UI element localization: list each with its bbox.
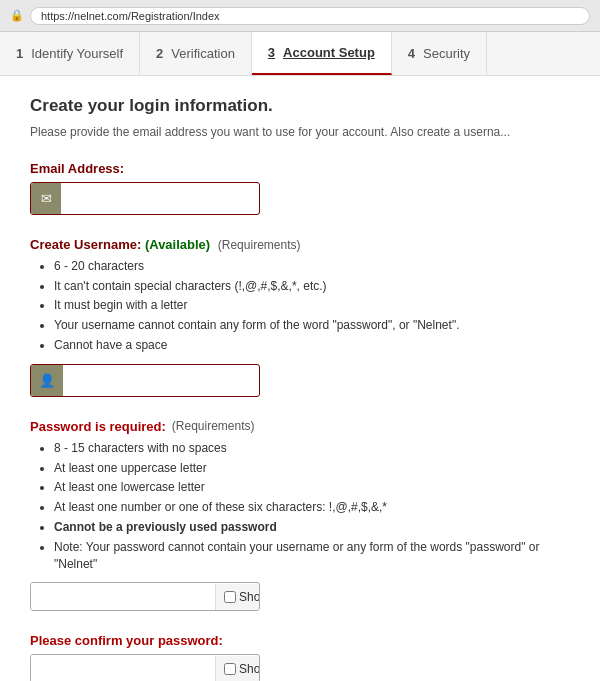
confirm-password-section: Please confirm your password: Show — [30, 633, 570, 681]
password-show-label: Show — [239, 590, 260, 604]
step1-num: 1 — [16, 46, 23, 61]
confirm-password-input-wrapper: Show — [30, 654, 260, 681]
password-show-checkbox[interactable] — [224, 591, 236, 603]
email-icon: ✉ — [31, 183, 61, 214]
steps-nav: 1 Identify Yourself 2 Verification 3 Acc… — [0, 32, 600, 76]
step-verification[interactable]: 2 Verification — [140, 32, 252, 75]
password-requirements-link[interactable]: (Requirements) — [172, 419, 255, 433]
password-rule-1: 8 - 15 characters with no spaces — [54, 440, 570, 457]
page-title: Create your login information. — [30, 96, 570, 116]
step4-label: Security — [423, 46, 470, 61]
step1-label: Identify Yourself — [31, 46, 123, 61]
confirm-password-label: Please confirm your password: — [30, 633, 570, 648]
user-icon: 👤 — [31, 365, 63, 396]
username-input[interactable] — [63, 367, 259, 394]
confirm-show-label: Show — [239, 662, 260, 676]
password-section: Password is required: (Requirements) 8 -… — [30, 419, 570, 612]
email-input[interactable] — [61, 185, 259, 212]
username-label-text: Create Username: — [30, 237, 145, 252]
username-input-wrapper: 👤 — [30, 364, 260, 397]
email-section: Email Address: ✉ — [30, 161, 570, 215]
username-rules-list: 6 - 20 characters It can't contain speci… — [30, 258, 570, 354]
confirm-show-button[interactable]: Show — [215, 656, 260, 681]
step4-num: 4 — [408, 46, 415, 61]
password-rule-2: At least one uppercase letter — [54, 460, 570, 477]
step3-label: Account Setup — [283, 45, 375, 60]
email-input-wrapper: ✉ — [30, 182, 260, 215]
username-rule-3: It must begin with a letter — [54, 297, 570, 314]
username-rule-1: 6 - 20 characters — [54, 258, 570, 275]
main-content: Create your login information. Please pr… — [0, 76, 600, 681]
password-rule-5: Cannot be a previously used password — [54, 519, 570, 536]
password-rules-list: 8 - 15 characters with no spaces At leas… — [30, 440, 570, 573]
password-label-text: Password is required: — [30, 419, 166, 434]
username-rule-5: Cannot have a space — [54, 337, 570, 354]
password-rule-4: At least one number or one of these six … — [54, 499, 570, 516]
password-input[interactable] — [31, 583, 215, 610]
password-rule-5-text: Cannot be a previously used password — [54, 520, 277, 534]
username-rule-2: It can't contain special characters (!,@… — [54, 278, 570, 295]
confirm-password-input[interactable] — [31, 655, 215, 681]
username-section: Create Username: (Available) (Requiremen… — [30, 237, 570, 397]
step2-label: Verification — [171, 46, 235, 61]
password-rule-3: At least one lowercase letter — [54, 479, 570, 496]
step3-num: 3 — [268, 45, 275, 60]
username-rule-4: Your username cannot contain any form of… — [54, 317, 570, 334]
page-subtitle: Please provide the email address you wan… — [30, 124, 570, 141]
password-label: Password is required: (Requirements) — [30, 419, 570, 434]
step2-num: 2 — [156, 46, 163, 61]
password-input-wrapper: Show — [30, 582, 260, 611]
confirm-show-checkbox[interactable] — [224, 663, 236, 675]
password-show-button[interactable]: Show — [215, 584, 260, 610]
step-identify[interactable]: 1 Identify Yourself — [0, 32, 140, 75]
username-requirements-link[interactable]: (Requirements) — [218, 238, 301, 252]
confirm-password-label-text: Please confirm your password: — [30, 633, 223, 648]
email-label: Email Address: — [30, 161, 570, 176]
step-account-setup[interactable]: 3 Account Setup — [252, 32, 392, 75]
password-rule-6: Note: Your password cannot contain your … — [54, 539, 570, 573]
username-label: Create Username: (Available) (Requiremen… — [30, 237, 570, 252]
url-display: https://nelnet.com/Registration/Index — [30, 7, 590, 25]
username-available-badge: (Available) — [145, 237, 210, 252]
lock-icon: 🔒 — [10, 9, 24, 22]
browser-bar: 🔒 https://nelnet.com/Registration/Index — [0, 0, 600, 32]
step-security[interactable]: 4 Security — [392, 32, 487, 75]
